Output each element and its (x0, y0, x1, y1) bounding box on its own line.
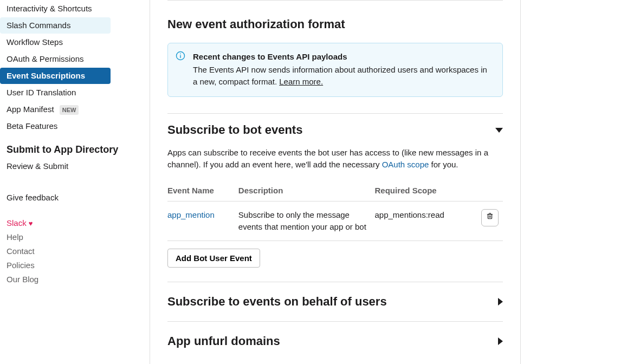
unfurl-heading: App unfurl domains (167, 333, 280, 350)
event-name-link[interactable]: app_mention (167, 210, 215, 219)
sidebar-item-oauth[interactable]: OAuth & Permissions (0, 51, 134, 67)
chevron-right-icon (498, 337, 503, 345)
svg-point-2 (180, 54, 181, 55)
add-bot-user-event-button[interactable]: Add Bot User Event (167, 249, 260, 268)
sidebar-item-app-manifest[interactable]: App Manifest NEW (0, 101, 134, 118)
sidebar-item-user-id-translation[interactable]: User ID Translation (0, 84, 134, 101)
sidebar-heading-submit: Submit to App Directory (0, 135, 134, 158)
user-events-heading: Subscribe to events on behalf of users (167, 293, 387, 310)
main-panel: New event authorization format Recent ch… (150, 0, 521, 364)
footer-link-policies[interactable]: Policies (0, 258, 134, 272)
bot-events-description: Apps can subscribe to receive events the… (167, 147, 503, 171)
footer-link-blog[interactable]: Our Blog (0, 272, 134, 287)
trash-icon (486, 212, 494, 224)
table-row: app_mention Subscribe to only the messag… (167, 201, 503, 240)
sidebar-item-interactivity[interactable]: Interactivity & Shortcuts (0, 1, 134, 17)
col-header-scope: Required Scope (374, 180, 481, 202)
heart-icon: ♥ (29, 219, 33, 227)
bot-events-heading: Subscribe to bot events (167, 121, 302, 139)
info-title: Recent changes to Events API payloads (193, 51, 493, 63)
svg-rect-3 (488, 214, 492, 218)
info-body-text: The Events API now sends information abo… (193, 65, 487, 86)
footer-link-slack[interactable]: Slack ♥ (0, 216, 134, 230)
info-box: Recent changes to Events API payloads Th… (167, 43, 503, 97)
learn-more-link[interactable]: Learn more. (279, 77, 323, 86)
slack-label: Slack (7, 218, 27, 227)
bot-events-expander[interactable]: Subscribe to bot events (167, 113, 503, 144)
sidebar-item-event-subscriptions[interactable]: Event Subscriptions (0, 68, 111, 84)
oauth-scope-link[interactable]: OAuth scope (382, 160, 429, 169)
event-scope: app_mentions:read (374, 201, 481, 240)
sidebar-item-review-submit[interactable]: Review & Submit (0, 158, 134, 174)
desc-post: for you. (429, 160, 458, 169)
chevron-right-icon (498, 298, 503, 306)
info-icon (176, 51, 185, 61)
sidebar-item-feedback[interactable]: Give feedback (0, 190, 134, 206)
sidebar-item-label: App Manifest (7, 105, 54, 114)
chevron-down-icon (495, 128, 503, 133)
event-description: Subscribe to only the message events tha… (238, 201, 375, 240)
sidebar-item-beta-features[interactable]: Beta Features (0, 118, 134, 134)
sidebar-item-workflow-steps[interactable]: Workflow Steps (0, 34, 134, 50)
new-badge: NEW (60, 105, 79, 115)
user-events-expander[interactable]: Subscribe to events on behalf of users (167, 282, 503, 321)
sidebar: Interactivity & Shortcuts Slash Commands… (0, 0, 134, 364)
unfurl-domains-expander[interactable]: App unfurl domains (167, 321, 503, 361)
footer-link-contact[interactable]: Contact (0, 244, 134, 258)
sidebar-item-slash-commands[interactable]: Slash Commands (0, 17, 111, 34)
bot-events-table: Event Name Description Required Scope ap… (167, 180, 503, 241)
footer-link-help[interactable]: Help (0, 230, 134, 244)
auth-format-heading: New event authorization format (167, 16, 503, 33)
col-header-event: Event Name (167, 180, 238, 202)
delete-event-button[interactable] (481, 209, 499, 226)
info-body: The Events API now sends information abo… (193, 64, 493, 88)
col-header-description: Description (238, 180, 375, 202)
